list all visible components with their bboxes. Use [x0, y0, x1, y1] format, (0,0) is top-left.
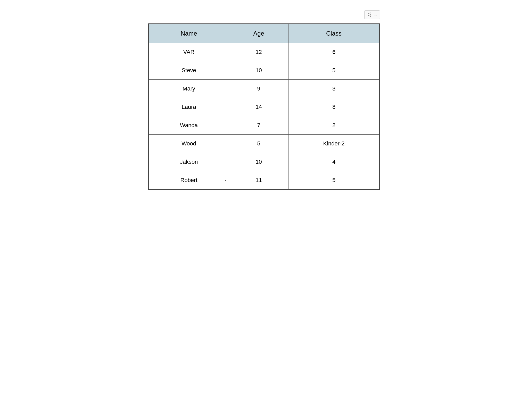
cell-age: 10: [229, 61, 288, 80]
chevron-down-icon[interactable]: ⌄: [374, 12, 377, 17]
page-wrapper: ⛓ ⌄ Name Age Class VAR126Steve105Mary93L…: [148, 10, 380, 190]
cell-age: 9: [229, 80, 288, 98]
header-class: Class: [288, 24, 380, 43]
table-row: Mary93: [149, 80, 380, 98]
table-row: Wood5Kinder-2: [149, 135, 380, 153]
cell-age: 11: [229, 171, 288, 190]
table-row: Wanda72: [149, 116, 380, 135]
cell-age: 7: [229, 116, 288, 135]
cell-age: 10: [229, 153, 288, 171]
table-row: Steve105: [149, 61, 380, 80]
table-row: Jakson104: [149, 153, 380, 171]
table-row: Robert▼115: [149, 171, 380, 190]
header-name: Name: [149, 24, 229, 43]
cell-name: VAR: [149, 43, 229, 61]
cell-class: 5: [288, 171, 380, 190]
cell-class: 8: [288, 98, 380, 116]
cell-class: 3: [288, 80, 380, 98]
table-row: Laura148: [149, 98, 380, 116]
header-age: Age: [229, 24, 288, 43]
cell-name: Wood: [149, 135, 229, 153]
table-container: Name Age Class VAR126Steve105Mary93Laura…: [148, 23, 380, 190]
cell-age: 14: [229, 98, 288, 116]
cell-age: 12: [229, 43, 288, 61]
link-icon[interactable]: ⛓: [367, 12, 372, 18]
cell-class: 5: [288, 61, 380, 80]
cell-name: Robert▼: [149, 171, 229, 190]
table-body: VAR126Steve105Mary93Laura148Wanda72Wood5…: [149, 43, 380, 190]
dropdown-arrow-icon[interactable]: ▼: [224, 179, 227, 182]
cell-class: Kinder-2: [288, 135, 380, 153]
header-row: Name Age Class: [149, 24, 380, 43]
toolbar: ⛓ ⌄: [364, 10, 380, 19]
cell-name: Wanda: [149, 116, 229, 135]
cell-name: Steve: [149, 61, 229, 80]
table-header: Name Age Class: [149, 24, 380, 43]
data-table: Name Age Class VAR126Steve105Mary93Laura…: [148, 24, 380, 190]
cell-class: 4: [288, 153, 380, 171]
cell-name: Laura: [149, 98, 229, 116]
table-row: VAR126: [149, 43, 380, 61]
cell-class: 2: [288, 116, 380, 135]
cell-name: Jakson: [149, 153, 229, 171]
cell-age: 5: [229, 135, 288, 153]
cell-class: 6: [288, 43, 380, 61]
cell-name: Mary: [149, 80, 229, 98]
